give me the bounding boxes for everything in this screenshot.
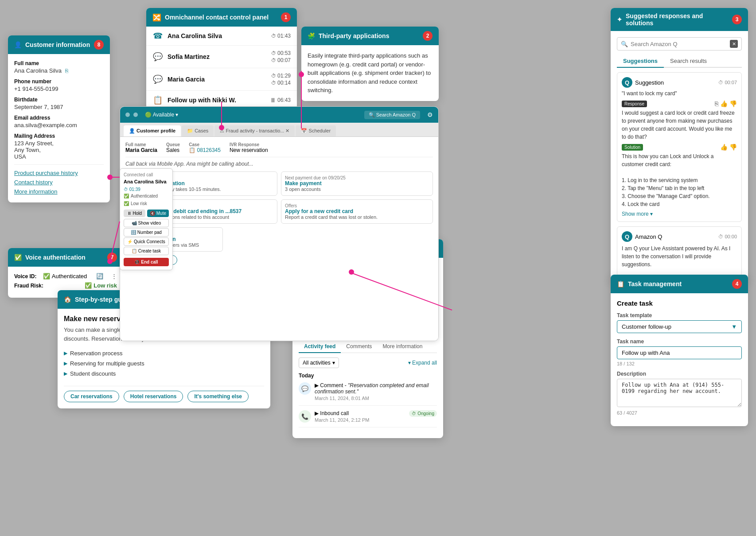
contact-item-2[interactable]: 💬 Sofía Martinez ⏱ 00:53 ⏱ 00:07 xyxy=(146,46,297,68)
guide-item-2[interactable]: ▶ Reserving for multiple guests xyxy=(64,358,264,369)
suggested-icon: ✦ xyxy=(617,16,622,23)
solution-thumbs-up-button[interactable]: 👍 xyxy=(720,144,728,151)
address-value: 123 Any Street,Any Town,USA xyxy=(14,140,104,160)
arrow-icon-3: ▶ xyxy=(64,371,67,377)
response-actions: ⎘ 👍 👎 xyxy=(715,100,737,107)
thumbs-down-button[interactable]: 👎 xyxy=(729,100,737,107)
desktop-tab-cases[interactable]: 📁 Cases xyxy=(182,125,214,136)
hotel-reservations-button[interactable]: Hotel reservations xyxy=(124,391,183,402)
contact-name-1: Ana Carolina Silva xyxy=(168,32,267,39)
task-desc-label: Description xyxy=(617,371,742,377)
tab-more-info[interactable]: More information xyxy=(377,341,428,353)
desktop-field-case: Case 📋 08126345 xyxy=(189,142,221,153)
more-info-link[interactable]: More information xyxy=(14,187,104,196)
something-else-button-guides[interactable]: It's something else xyxy=(187,391,249,402)
tab-activity-feed[interactable]: Activity feed xyxy=(299,341,341,353)
suggestion-time: ⏱ 00:07 xyxy=(718,80,737,85)
suggestion-card-1: Q Suggestion ⏱ 00:07 "I want to lock my … xyxy=(617,72,742,222)
end-call-button[interactable]: 📵 End call xyxy=(124,258,169,266)
desktop-search[interactable]: 🔍 Search Amazon Q xyxy=(364,111,420,119)
copy-name-icon[interactable]: ⎘ xyxy=(65,68,68,74)
copy-response-button[interactable]: ⎘ xyxy=(715,100,718,107)
contact-item-3[interactable]: 💬 Maria Garcia ⏱ 01:29 ⏱ 00:14 xyxy=(146,68,297,91)
tab-suggestions[interactable]: Suggestions xyxy=(617,55,664,68)
quick-connects-button[interactable]: ⚡ Quick Connects xyxy=(124,237,169,246)
response-header: Response ⎘ 👍 👎 xyxy=(622,100,737,107)
search-bar[interactable]: 🔍 ✕ xyxy=(617,37,742,50)
search-input[interactable] xyxy=(631,41,727,47)
customer-email-row: Email address ana.silva@example.com xyxy=(14,115,104,128)
response-text: I would suggest a card lock or credit ca… xyxy=(622,109,737,141)
task-name-input[interactable] xyxy=(617,346,742,359)
contact-item-1[interactable]: ☎ Ana Carolina Silva ⏱ 01:43 xyxy=(146,27,297,46)
more-options-icon[interactable]: ⋮ xyxy=(111,273,117,280)
tab-search-results[interactable]: Search results xyxy=(664,55,713,68)
task-desc-input[interactable]: Follow up with Ana at (914) 555-0199 reg… xyxy=(617,379,742,407)
mute-button[interactable]: 🔇 Mute xyxy=(147,210,169,217)
birth-value: September 7, 1987 xyxy=(14,104,104,110)
task-title: Task management xyxy=(628,280,682,287)
available-status[interactable]: 🟢 Available ▾ xyxy=(145,112,179,118)
task-panel: 📋 Task management 4 Create task Task tem… xyxy=(611,275,748,426)
guide-item-1[interactable]: ▶ Reservation process xyxy=(64,348,264,358)
show-more-link[interactable]: Show more ▾ xyxy=(622,211,737,217)
desktop-tab-fraud[interactable]: ⚠ Fraud activity - transactio... ✕ xyxy=(214,125,295,136)
expand-all-link[interactable]: ▾ Expand all xyxy=(408,360,437,366)
fraud-risk-row: Fraud Risk: ✅ Low risk xyxy=(14,282,117,289)
create-task-button-phone[interactable]: 📋 Create task xyxy=(124,247,169,255)
show-video-button[interactable]: 📹 Show video xyxy=(124,219,169,227)
solution-thumbs-down-button[interactable]: 👎 xyxy=(729,144,737,151)
activity-date-2: March 11, 2024, 2:12 PM xyxy=(315,417,437,423)
product-history-link[interactable]: Product purchase history xyxy=(14,168,104,178)
ongoing-badge: ⏱ Ongoing xyxy=(409,410,437,417)
settings-icon[interactable]: ⚙ xyxy=(427,111,433,118)
suggestion-header-row: Q Suggestion ⏱ 00:07 xyxy=(622,77,737,88)
desktop-tabs: 👤 Customer profile 📁 Cases ⚠ Fraud activ… xyxy=(120,123,438,137)
customer-header: 👤 Customer information 8 xyxy=(8,35,110,54)
desktop-tab-scheduler[interactable]: 📅 Scheduler xyxy=(296,125,336,136)
amazon-q-card: Q Amazon Q ⏱ 00:00 I am Q your Live Assi… xyxy=(617,226,742,276)
voice-badge: 7 xyxy=(107,252,117,262)
omnichannel-title: Omnichannel contact control panel xyxy=(165,14,269,21)
number-pad-button[interactable]: 🔢 Number pad xyxy=(124,228,169,237)
suggested-body: 🔍 ✕ Suggestions Search results Q Suggest… xyxy=(611,31,748,282)
template-label: Task template xyxy=(617,312,742,318)
fullname-value: Ana Carolina Silva ⎘ xyxy=(14,67,104,74)
hold-button[interactable]: ⏸ Hold xyxy=(124,210,145,217)
card-payment[interactable]: Next payment due on 09/20/25 Make paymen… xyxy=(281,171,433,196)
voice-id-label: Voice ID: xyxy=(14,273,36,280)
contact-history-link[interactable]: Contact history xyxy=(14,178,104,187)
desktop-tab-customer[interactable]: 👤 Customer profile xyxy=(124,125,181,136)
car-reservations-button[interactable]: Car reservations xyxy=(64,391,119,402)
omnichannel-icon: 🔀 xyxy=(152,13,161,22)
refresh-icon[interactable]: 🔄 xyxy=(96,273,103,280)
thirdparty-panel: 🧩 Third-party applications 2 Easily inte… xyxy=(301,27,439,101)
activity-item-2: 📞 ▶ Inbound call ⏱ Ongoing March 11, 202… xyxy=(299,410,437,427)
callback-msg: Call back via Mobile App. Ana might be c… xyxy=(125,161,433,167)
fraud-value: ✅ Low risk xyxy=(85,282,117,289)
suggested-header: ✦ Suggested responses and solutions 3 xyxy=(611,8,748,31)
filter-select[interactable]: All activities ▾ xyxy=(299,357,339,368)
comment-icon: 💬 xyxy=(299,382,311,395)
thumbs-up-button[interactable]: 👍 xyxy=(720,100,728,107)
guides-footer: Car reservations Hotel reservations It's… xyxy=(64,386,264,402)
desktop-field-name: Full name Maria Garcia xyxy=(125,142,157,153)
card-offers[interactable]: Offers Apply for a new credit card Repor… xyxy=(281,199,433,224)
phone-controls: Connected call Ana Carolina Silva ⏱ 01:3… xyxy=(120,168,173,270)
call-timer: ⏱ 01:39 xyxy=(124,187,169,192)
template-value: Customer follow-up xyxy=(622,323,671,330)
guides-icon: 🏠 xyxy=(64,296,71,303)
task-desc-count: 63 / 4027 xyxy=(617,410,742,416)
search-icon: 🔍 xyxy=(621,41,628,47)
fraud-status: Low risk xyxy=(94,282,117,289)
address-label: Mailing Address xyxy=(14,133,104,139)
voice-id-small: ✅ Authenticated xyxy=(124,194,169,198)
customer-fullname-row: Full name Ana Carolina Silva ⎘ xyxy=(14,60,104,74)
contact-name-4: Follow up with Nikki W. xyxy=(168,97,265,104)
template-select[interactable]: Customer follow-up ▼ xyxy=(617,320,742,333)
search-clear-button[interactable]: ✕ xyxy=(730,40,738,48)
suggestion-quote: "I want to lock my card" xyxy=(622,89,737,97)
activity-title-2: ▶ Inbound call ⏱ Ongoing xyxy=(315,410,437,416)
tab-comments[interactable]: Comments xyxy=(341,341,377,353)
guide-item-3[interactable]: ▶ Student discounts xyxy=(64,369,264,379)
